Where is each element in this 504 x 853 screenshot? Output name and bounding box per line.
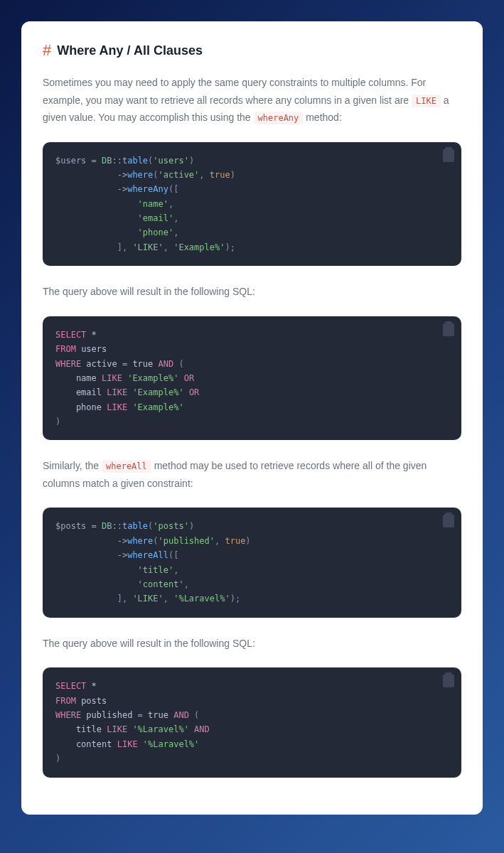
clipboard-icon[interactable] — [443, 675, 454, 687]
paragraph-sql-2: The query above will result in the follo… — [43, 635, 461, 653]
inline-code-like: LIKE — [412, 95, 441, 107]
code-content: SELECT * FROM posts WHERE published = tr… — [55, 679, 449, 766]
text: method: — [303, 112, 341, 123]
text: Sometimes you may need to apply the same… — [43, 77, 426, 106]
clipboard-icon[interactable] — [443, 515, 454, 527]
code-content: SELECT * FROM users WHERE active = true … — [55, 328, 449, 429]
paragraph-intro: Sometimes you may need to apply the same… — [43, 74, 461, 127]
paragraph-whereall: Similarly, the whereAll method may be us… — [43, 457, 461, 492]
code-block-php-1: $users = DB::table('users') ->where('act… — [43, 142, 461, 267]
content-card: # Where Any / All Clauses Sometimes you … — [21, 21, 483, 815]
inline-code-whereany: whereAny — [254, 112, 304, 124]
section-title: Where Any / All Clauses — [57, 43, 203, 58]
hash-icon: # — [43, 41, 51, 60]
clipboard-icon[interactable] — [443, 323, 454, 336]
code-content: $posts = DB::table('posts') ->where('pub… — [55, 519, 449, 606]
text: Similarly, the — [43, 460, 102, 471]
code-block-php-2: $posts = DB::table('posts') ->where('pub… — [43, 508, 461, 617]
inline-code-whereall: whereAll — [102, 460, 151, 473]
code-block-sql-2: SELECT * FROM posts WHERE published = tr… — [43, 667, 461, 777]
paragraph-sql-1: The query above will result in the follo… — [43, 283, 461, 301]
section-heading: # Where Any / All Clauses — [43, 41, 461, 60]
code-content: $users = DB::table('users') ->where('act… — [55, 154, 449, 255]
code-block-sql-1: SELECT * FROM users WHERE active = true … — [43, 316, 461, 441]
clipboard-icon[interactable] — [443, 149, 454, 162]
